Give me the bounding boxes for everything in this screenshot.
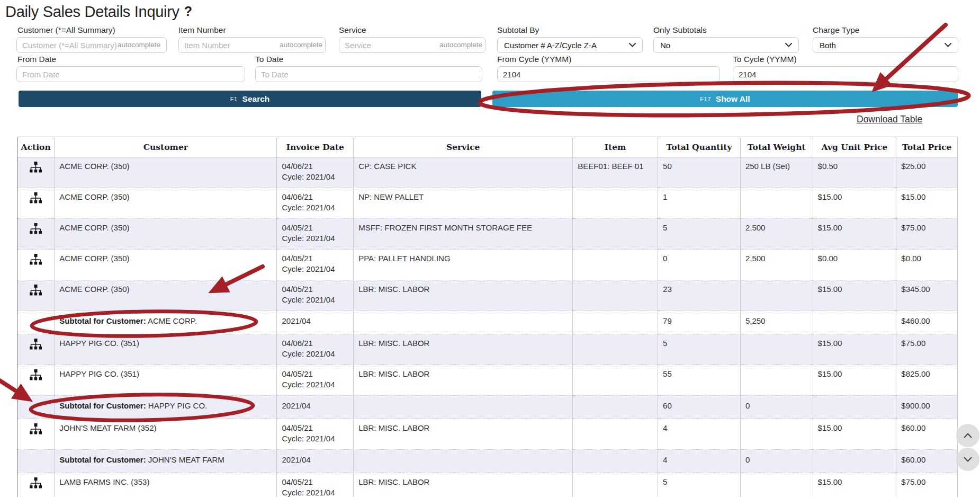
hierarchy-icon[interactable] [30,284,42,300]
cell-action [17,157,55,188]
charge-type-label: Charge Type [813,25,859,35]
cell-total-quantity: 23 [658,280,741,311]
to-date-label: To Date [255,55,283,64]
cell-total-price: $15.00 [896,188,958,219]
scroll-up-button[interactable] [956,424,979,447]
cell-total-quantity: 1 [658,188,741,219]
cell-service: LBR: MISC. LABOR [354,365,573,396]
cell-invoice-date: 04/05/21Cycle: 2021/04 [277,280,354,311]
table-body: ACME CORP. (350)04/06/21Cycle: 2021/04CP… [17,157,958,497]
cell-total-price: $900.00 [896,396,958,419]
cell-invoice-date: 04/05/21Cycle: 2021/04 [277,365,354,396]
hierarchy-icon[interactable] [30,161,42,178]
service-input[interactable] [339,37,485,53]
cell-total-price: $0.00 [896,250,958,280]
cell-action [17,396,55,419]
cell-total-weight [740,280,813,311]
to-cycle-label: To Cycle (YYMM) [733,55,797,64]
hierarchy-icon[interactable] [30,192,42,208]
cell-action [17,334,55,365]
cell-total-price: $460.00 [896,311,958,334]
cell-customer: ACME CORP. (350) [55,280,277,311]
hierarchy-icon[interactable] [30,423,42,439]
hierarchy-icon [30,338,42,352]
cell-total-quantity: 60 [658,396,741,419]
table-row: ACME CORP. (350)04/05/21Cycle: 2021/04LB… [17,280,958,311]
cell-avg-unit-price [813,450,896,473]
cell-avg-unit-price: $15.00 [813,280,896,311]
search-fkey-label: F1 [230,96,238,102]
column-header: Item [573,137,658,157]
cell-total-price: $75.00 [896,334,958,365]
cell-avg-unit-price: $15.00 [813,365,896,396]
show-all-label: Show All [716,94,750,104]
hierarchy-icon [30,223,42,236]
hierarchy-icon[interactable] [30,338,42,354]
table-row: ACME CORP. (350)04/06/21Cycle: 2021/04NP… [17,188,958,219]
cell-item [573,419,658,450]
hierarchy-icon [30,192,42,206]
subtotal-by-select[interactable]: Customer # A-Z/Cycle Z-A [497,37,643,53]
charge-type-select[interactable]: Both [813,37,958,53]
cell-customer: ACME CORP. (350) [55,250,277,280]
show-all-button[interactable]: F17 Show All [492,91,958,107]
cell-total-price: $25.00 [896,157,958,188]
item-number-input[interactable] [178,37,326,53]
cell-service: PPA: PALLET HANDLING [354,250,573,280]
table-row: ACME CORP. (350)04/06/21Cycle: 2021/04CP… [17,157,958,188]
cell-item [573,219,658,250]
cell-item [573,365,658,396]
from-cycle-input[interactable] [497,66,720,82]
cell-item [573,311,658,334]
column-header: Total Quantity [658,137,741,157]
cell-total-quantity: 5 [658,219,741,250]
subtotal-row: Subtotal for Customer: ACME CORP.2021/04… [17,311,958,334]
cell-customer: ACME CORP. (350) [55,157,277,188]
cell-invoice-date: 2021/04 [277,311,354,334]
scroll-down-button[interactable] [956,448,979,471]
subtotal-by-value: Customer # A-Z/Cycle Z-A [504,41,629,50]
table-row: ACME CORP. (350)04/05/21Cycle: 2021/04PP… [17,250,958,280]
cell-action [17,311,55,334]
table-row: JOHN'S MEAT FARM (352)04/05/21Cycle: 202… [17,419,958,450]
cell-total-price: $75.00 [896,473,958,497]
cell-customer: ACME CORP. (350) [55,188,277,219]
hierarchy-icon[interactable] [30,369,42,385]
cell-action [17,450,55,473]
cell-customer: JOHN'S MEAT FARM (352) [55,419,277,450]
hierarchy-icon[interactable] [30,253,42,270]
cell-item [573,250,658,280]
cell-customer: LAMB FARMS INC. (353) [55,473,277,497]
cell-subtotal-customer: Subtotal for Customer: ACME CORP. [55,311,277,334]
search-button[interactable]: F1 Search [19,91,481,107]
cell-avg-unit-price: $15.00 [813,473,896,497]
download-table-link[interactable]: Download Table [857,114,922,125]
cell-service: NP: NEW PALLET [354,188,573,219]
from-date-input[interactable] [16,66,245,82]
cell-customer: HAPPY PIG CO. (351) [55,334,277,365]
cell-action [17,473,55,497]
service-label: Service [339,25,366,35]
only-subtotals-select[interactable]: No [653,37,799,53]
cell-total-weight [740,419,813,450]
column-header: Action [17,137,55,157]
customer-label: Customer (*=All Summary) [17,25,115,35]
cell-subtotal-customer: Subtotal for Customer: JOHN'S MEAT FARM [55,450,277,473]
cell-invoice-date: 04/05/21Cycle: 2021/04 [277,250,354,280]
results-table-wrap: ActionCustomerInvoice DateServiceItemTot… [17,137,958,497]
customer-input[interactable] [16,37,167,53]
cell-service: MSFF: FROZEN FIRST MONTH STORAGE FEE [354,219,573,250]
hierarchy-icon[interactable] [30,477,42,493]
subtotal-row: Subtotal for Customer: JOHN'S MEAT FARM2… [17,450,958,473]
to-date-input[interactable] [255,66,482,82]
cell-total-quantity: 55 [658,365,741,396]
hierarchy-icon[interactable] [30,223,42,239]
cell-avg-unit-price: $15.00 [813,419,896,450]
cell-avg-unit-price: $0.50 [813,157,896,188]
cell-service [354,311,573,334]
cell-total-price: $75.00 [896,219,958,250]
cell-invoice-date: 04/06/21Cycle: 2021/04 [277,188,354,219]
to-cycle-input[interactable] [733,66,958,82]
help-icon[interactable]: ? [184,4,192,19]
table-header-row: ActionCustomerInvoice DateServiceItemTot… [17,137,958,157]
